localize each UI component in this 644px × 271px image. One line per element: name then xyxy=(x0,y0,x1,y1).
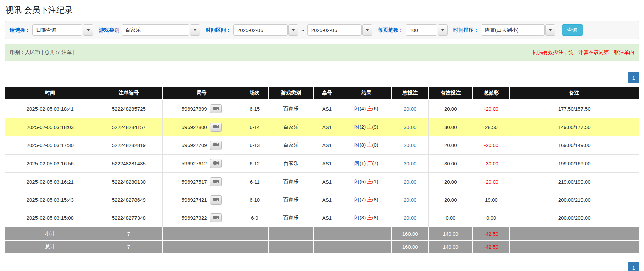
player-result-score: (8) xyxy=(360,142,366,148)
caret-down-icon xyxy=(441,29,444,31)
round-number: 596927899 xyxy=(181,106,207,112)
player-result-label: 闲 xyxy=(354,215,360,220)
video-camera-icon xyxy=(213,161,219,166)
column-header: 总派彩 xyxy=(473,86,510,100)
per-page-input[interactable] xyxy=(406,24,437,36)
video-replay-button[interactable] xyxy=(210,213,222,222)
footer-empty-cell xyxy=(341,227,392,240)
video-camera-icon xyxy=(213,125,219,130)
footer-count: 7 xyxy=(95,227,162,240)
banker-result-score: (9) xyxy=(372,124,378,130)
total-bet-link[interactable]: 30.00 xyxy=(404,161,417,166)
cell-time: 2025-02-05 03:16:21 xyxy=(5,172,95,191)
cell-game-type: 百家乐 xyxy=(269,209,313,227)
page-button-1[interactable]: 1 xyxy=(628,72,639,83)
cell-valid-bet: 30.00 xyxy=(428,154,473,172)
total-bet-link[interactable]: 20.00 xyxy=(404,215,417,221)
cell-total-bet: 20.00 xyxy=(392,191,428,209)
cell-session: 6-10 xyxy=(241,191,269,209)
query-type-input[interactable] xyxy=(32,24,82,36)
cell-total-bet: 20.00 xyxy=(392,136,428,154)
payout-value: 19.00 xyxy=(485,197,498,203)
total-bet-link[interactable]: 20.00 xyxy=(404,197,417,203)
footer-empty-cell xyxy=(510,240,639,253)
date-to-input[interactable] xyxy=(307,24,362,36)
cell-total-bet: 30.00 xyxy=(392,154,428,172)
video-replay-button[interactable] xyxy=(210,141,222,150)
table-row: 2025-02-05 03:15:08522248277348596927322… xyxy=(5,209,639,227)
total-bet-link[interactable]: 30.00 xyxy=(404,124,417,130)
footer-count: 7 xyxy=(95,240,162,253)
search-button[interactable]: 查询 xyxy=(562,24,583,36)
cell-bet-id: 522248284157 xyxy=(95,118,162,136)
player-result-score: (4) xyxy=(360,106,366,111)
cell-bet-id: 522248281435 xyxy=(95,154,162,172)
footer-empty-cell xyxy=(313,240,341,253)
footer-valid-bet: 140.00 xyxy=(428,227,473,240)
video-replay-button[interactable] xyxy=(210,123,222,132)
cell-round: 596927517 xyxy=(162,172,241,191)
caret-down-icon xyxy=(549,29,552,31)
date-from-input[interactable] xyxy=(233,24,288,36)
banker-result-label: 庄 xyxy=(367,160,372,166)
filter-label-per-page: 每页笔数： xyxy=(378,27,403,33)
footer-payout: -42.50 xyxy=(473,227,510,240)
filter-label-game-type: 游戏类别 xyxy=(99,27,119,33)
cell-result: 闲(7) 庄(8) xyxy=(341,191,392,209)
cell-result: 闲(1) 庄(7) xyxy=(341,154,392,172)
cell-total-bet: 20.00 xyxy=(392,209,428,227)
cell-valid-bet: 20.00 xyxy=(428,136,473,154)
footer-valid-bet: 140.00 xyxy=(428,240,473,253)
video-camera-icon xyxy=(213,179,219,184)
sort-dropdown-button[interactable] xyxy=(545,24,555,36)
cell-remark: 199.00/169.00 xyxy=(510,154,639,172)
total-bet-link[interactable]: 20.00 xyxy=(404,142,417,148)
pagination-bottom: 1 xyxy=(5,262,639,271)
video-camera-icon xyxy=(213,197,219,202)
date-to-dropdown-button[interactable] xyxy=(362,24,372,36)
payout-value: 0.00 xyxy=(486,215,496,221)
page-button-1[interactable]: 1 xyxy=(628,262,639,271)
query-type-dropdown-button[interactable] xyxy=(83,24,93,36)
video-replay-button[interactable] xyxy=(210,159,222,168)
video-camera-icon xyxy=(213,106,219,111)
video-replay-button[interactable] xyxy=(210,195,222,205)
round-number: 596927612 xyxy=(181,161,207,166)
date-from-dropdown-button[interactable] xyxy=(288,24,298,36)
cell-table-no: AS1 xyxy=(313,172,341,191)
banker-result-score: (0) xyxy=(372,142,378,148)
video-replay-button[interactable] xyxy=(210,177,222,186)
sort-input[interactable] xyxy=(481,24,545,36)
total-bet-link[interactable]: 20.00 xyxy=(404,179,417,185)
footer-empty-cell xyxy=(162,240,241,253)
caret-down-icon xyxy=(366,29,369,31)
player-result-score: (1) xyxy=(360,160,366,166)
round-number: 596927322 xyxy=(181,215,207,221)
notice-text: 同局有效投注，统一计算在该局第一张注单内 xyxy=(533,49,634,56)
banker-result-label: 庄 xyxy=(367,124,372,130)
footer-payout-value: -42.50 xyxy=(484,231,499,237)
player-result-score: (2) xyxy=(360,124,366,130)
footer-label: 总计 xyxy=(5,240,95,253)
payout-value: -20.00 xyxy=(484,179,499,185)
video-replay-button[interactable] xyxy=(210,104,222,113)
footer-empty-cell xyxy=(269,240,313,253)
caret-down-icon xyxy=(86,29,90,31)
cell-bet-id: 522248282819 xyxy=(95,136,162,154)
filter-label-query-type: 请选择： xyxy=(10,27,30,33)
table-row: 2025-02-05 03:18:03522248284157596927800… xyxy=(5,118,639,136)
records-body: 2025-02-05 03:18:41522248285725596927899… xyxy=(5,100,639,227)
per-page-dropdown-button[interactable] xyxy=(438,24,448,36)
payout-value: -20.00 xyxy=(484,106,499,112)
game-type-input[interactable] xyxy=(122,24,189,36)
footer-empty-cell xyxy=(341,240,392,253)
table-row: 2025-02-05 03:15:43522248278649596927421… xyxy=(5,191,639,209)
cell-payout: 0.00 xyxy=(473,209,510,227)
cell-payout: -20.00 xyxy=(473,172,510,191)
cell-session: 6-12 xyxy=(241,154,269,172)
cell-game-type: 百家乐 xyxy=(269,154,313,172)
total-bet-link[interactable]: 20.00 xyxy=(404,106,417,112)
cell-valid-bet: 30.00 xyxy=(428,118,473,136)
game-type-dropdown-button[interactable] xyxy=(190,24,200,36)
column-header: 桌号 xyxy=(313,86,341,100)
